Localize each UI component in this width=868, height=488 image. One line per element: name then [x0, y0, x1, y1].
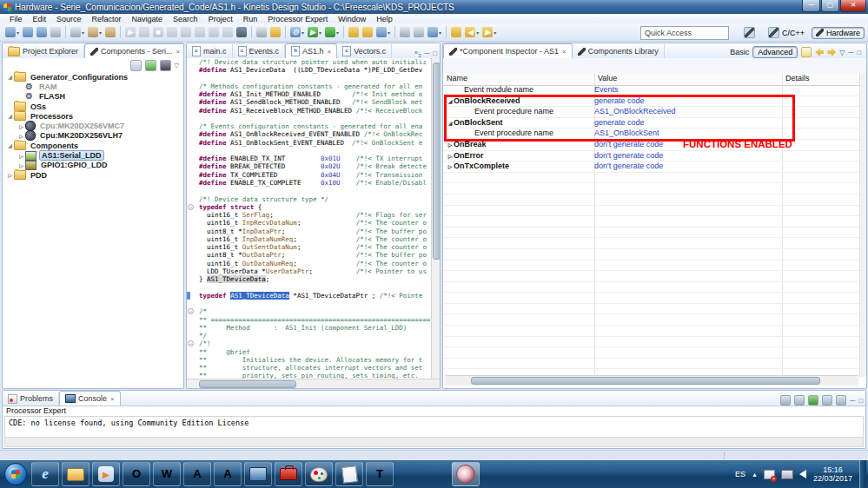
title-bar[interactable]: Hardware - Serie_Comunicacion/Generated_… [0, 0, 868, 14]
tree-collapsed-arrow-icon[interactable]: ▷ [17, 133, 25, 139]
build-all-button[interactable] [104, 25, 116, 40]
taskbar-acrobat-reader[interactable]: A [183, 462, 211, 486]
taskbar-t-app[interactable]: T [366, 462, 394, 486]
build-button[interactable]: ▾ [87, 25, 103, 40]
code-editor[interactable]: /*! Device data structure pointer used w… [187, 58, 430, 379]
forward-button[interactable]: ▶▾ [481, 25, 497, 40]
open-folder-button[interactable] [361, 25, 374, 40]
tray-clock[interactable]: 15:16 22/03/2017 [813, 465, 856, 483]
view-menu-icon[interactable]: ▽ [175, 63, 179, 69]
tree-item-cpu-mk20dx256vlh7[interactable]: ▷Cpu:MK20DX256VLH7 [3, 131, 183, 141]
minimize-panel-icon[interactable]: ─ [848, 49, 853, 56]
events-row-event-procedure-name[interactable]: Event procedure nameAS1_OnBlockSent [443, 129, 860, 140]
action-center-flag-icon[interactable] [764, 470, 775, 479]
inspector-tab-component-inspector-as1[interactable]: *Component Inspector - AS1× [443, 43, 573, 58]
show-desktop-button[interactable] [859, 460, 866, 488]
save-all-button[interactable] [36, 25, 48, 40]
row-expanded-arrow-icon[interactable]: ◢ [447, 97, 454, 108]
menu-processor-expert[interactable]: Processor Expert [262, 15, 333, 23]
close-window-button[interactable]: ✕ [840, 0, 866, 12]
show-console-error-icon[interactable] [794, 395, 805, 406]
menu-run[interactable]: Run [238, 15, 263, 23]
menu-navigate[interactable]: Navigate [127, 15, 169, 23]
step-into-button[interactable] [180, 25, 192, 40]
step-filters-button[interactable] [235, 25, 248, 40]
editor-tab-as1-h[interactable]: hAS1.h× [285, 43, 337, 58]
editor-vertical-scrollbar[interactable] [431, 58, 440, 379]
mark-occurrences-button[interactable] [413, 25, 425, 40]
maximize-panel-icon[interactable]: □ [858, 397, 863, 405]
run-button[interactable]: ▶▾ [307, 25, 322, 40]
menu-source[interactable]: Source [51, 15, 87, 23]
minimize-panel-icon[interactable]: ─ [850, 397, 855, 405]
console-output[interactable]: CDE: no license found, using Community E… [4, 416, 864, 439]
inspector-forward-icon[interactable] [827, 48, 836, 56]
volume-icon[interactable] [799, 470, 806, 478]
tree-collapsed-arrow-icon[interactable]: ▷ [17, 162, 25, 168]
quick-access-input[interactable]: Quick Access [640, 26, 729, 40]
fold-collapse-icon[interactable]: − [188, 308, 194, 314]
menu-project[interactable]: Project [203, 15, 238, 23]
row-collapsed-arrow-icon[interactable]: ▷ [447, 141, 454, 151]
tree-item-pdd[interactable]: ▷PDD [3, 170, 183, 180]
restore-window-button[interactable]: ▢ [821, 0, 839, 12]
tree-item-processors[interactable]: ◢Processors [3, 111, 183, 121]
taskbar-kds[interactable] [452, 462, 480, 486]
inspector-vertical-scrollbar[interactable] [859, 73, 866, 377]
editor-tab-main-c[interactable]: cmain.c [187, 44, 233, 58]
taskbar-notes[interactable] [335, 462, 363, 486]
tree-expanded-arrow-icon[interactable]: ◢ [6, 113, 14, 119]
inspector-horizontal-scrollbar[interactable] [445, 375, 858, 386]
view-menu-icon[interactable]: ▽ [839, 49, 845, 56]
tree-collapsed-arrow-icon[interactable]: ▷ [17, 123, 25, 129]
tree-item-flash[interactable]: ⚙FLASH [3, 92, 183, 102]
row-collapsed-arrow-icon[interactable]: ▷ [447, 152, 454, 162]
minimize-editor-icon[interactable]: ─ [424, 49, 429, 57]
regenerate-code-icon[interactable] [145, 60, 156, 71]
step-return-button[interactable] [208, 25, 220, 40]
taskbar-toolbox[interactable] [275, 462, 302, 486]
clean-brush-button[interactable]: ▾ [375, 25, 391, 40]
advanced-mode-button[interactable]: Advanced [752, 46, 798, 58]
close-tab-icon[interactable]: × [328, 48, 332, 56]
open-pe-folder-button[interactable] [348, 25, 360, 40]
pin-console-icon[interactable] [836, 395, 846, 406]
events-row-event-module-name[interactable]: Event module nameEvents [443, 85, 860, 96]
pencil-button[interactable] [399, 25, 411, 40]
tray-show-hidden-icons[interactable]: ▲ [752, 472, 758, 478]
print-button[interactable] [50, 25, 62, 40]
tree-item-as1-serial-ldd[interactable]: ▷AS1:Serial_LDD [3, 150, 183, 160]
resume-button[interactable]: ▶ [124, 25, 136, 40]
display-console-icon[interactable] [822, 395, 832, 406]
tree-item-components[interactable]: ◢Components [3, 141, 183, 150]
events-row-onblockreceived[interactable]: ◢OnBlockReceivedgenerate code [443, 96, 860, 108]
flash-programmer-button[interactable] [269, 25, 282, 40]
debug-hardware-button[interactable] [255, 25, 268, 40]
more-editor-tabs-button[interactable]: »3 [414, 49, 421, 58]
tree-expanded-arrow-icon[interactable]: ◢ [6, 142, 14, 148]
column-header-details[interactable]: Details [785, 74, 810, 82]
fold-collapse-icon[interactable]: − [188, 204, 194, 210]
events-row-onblocksent[interactable]: ◢OnBlockSentgenerate code [443, 118, 860, 129]
minimize-window-button[interactable]: ─ [802, 0, 820, 12]
network-icon[interactable] [781, 470, 793, 479]
column-header-name[interactable]: Name [447, 74, 467, 82]
maximize-editor-icon[interactable]: □ [433, 49, 437, 57]
taskbar-remote-desktop[interactable] [244, 462, 272, 486]
menu-window[interactable]: Window [333, 15, 371, 23]
console-tab-problems[interactable]: Problems [3, 392, 59, 406]
row-expanded-arrow-icon[interactable]: ◢ [447, 119, 454, 129]
menu-file[interactable]: File [4, 15, 28, 23]
instruction-stepping-button[interactable] [222, 25, 234, 40]
skip-breakpoints-button[interactable]: ▾ [70, 25, 85, 40]
inspector-tab-components-library[interactable]: Components Library [573, 44, 665, 58]
console-tab-console[interactable]: Console× [59, 391, 121, 406]
terminate-button[interactable]: ■ [152, 25, 164, 40]
new-page-icon[interactable] [801, 47, 812, 57]
debug-configurations-button[interactable]: ⚙▾ [289, 25, 305, 40]
back-button[interactable]: ◀▾ [464, 25, 480, 40]
tree-item-gpio1-gpio-ldd[interactable]: ▷GPIO1:GPIO_LDD [3, 161, 183, 170]
editor-tab-events-c[interactable]: cEvents.c [233, 44, 286, 58]
left-tab-components-seri[interactable]: Components - Seri...× [84, 43, 184, 58]
step-over-button[interactable] [194, 25, 206, 40]
